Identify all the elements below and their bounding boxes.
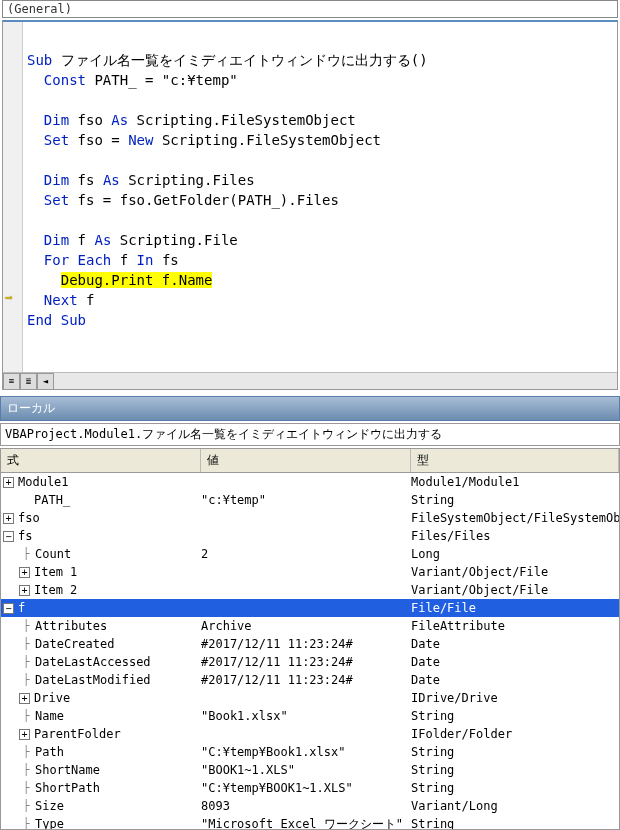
header-expression[interactable]: 式: [1, 449, 201, 472]
procedure-dropdown[interactable]: (General): [2, 0, 618, 18]
locals-row[interactable]: ├ Path"C:¥temp¥Book1.xlsx"String: [1, 743, 619, 761]
expr-name: Item 2: [34, 581, 77, 599]
tree-branch-icon: ├: [19, 617, 33, 635]
locals-row[interactable]: ├ ShortName"BOOK1~1.XLS"String: [1, 761, 619, 779]
kw-dim: Dim: [44, 112, 69, 128]
grid-header: 式 値 型: [1, 449, 619, 473]
locals-row[interactable]: − fsFiles/Files: [1, 527, 619, 545]
kw-next: Next: [44, 292, 78, 308]
header-type[interactable]: 型: [411, 449, 619, 472]
tree-branch-icon: ├: [19, 779, 33, 797]
grid-body[interactable]: + Module1Module1/Module1 PATH_"c:¥temp"S…: [1, 473, 619, 829]
horizontal-scrollbar[interactable]: ≡ ≣ ◄: [3, 372, 617, 389]
type-cell: FileAttribute: [411, 617, 619, 635]
locals-row[interactable]: ├ Count2Long: [1, 545, 619, 563]
txt: Scripting.Files: [120, 172, 255, 188]
txt: fso =: [69, 132, 128, 148]
txt: fs: [153, 252, 178, 268]
txt: fs = fso.GetFolder(PATH_).Files: [69, 192, 339, 208]
txt: fs: [69, 172, 103, 188]
locals-row[interactable]: ├ DateLastAccessed#2017/12/11 11:23:24#D…: [1, 653, 619, 671]
locals-row[interactable]: ├ DateCreated#2017/12/11 11:23:24#Date: [1, 635, 619, 653]
tree-branch-icon: ├: [19, 635, 33, 653]
txt: Scripting.FileSystemObject: [153, 132, 381, 148]
type-cell: Date: [411, 653, 619, 671]
value-cell: [201, 689, 411, 707]
value-cell: #2017/12/11 11:23:24#: [201, 671, 411, 689]
expand-icon[interactable]: +: [19, 693, 30, 704]
locals-row[interactable]: ├ Type"Microsoft Excel ワークシート"String: [1, 815, 619, 829]
type-cell: Date: [411, 635, 619, 653]
locals-row[interactable]: ├ ShortPath"C:¥temp¥BOOK1~1.XLS"String: [1, 779, 619, 797]
txt: Scripting.FileSystemObject: [128, 112, 356, 128]
expr-name: f: [18, 599, 25, 617]
value-cell: [201, 527, 411, 545]
collapse-icon[interactable]: −: [3, 531, 14, 542]
type-cell: Variant/Long: [411, 797, 619, 815]
value-cell: [201, 563, 411, 581]
locals-row[interactable]: ├ Name"Book1.xlsx"String: [1, 707, 619, 725]
expr-name: DateLastModified: [35, 671, 151, 689]
locals-row[interactable]: + Item 1Variant/Object/File: [1, 563, 619, 581]
view-mode-2-icon[interactable]: ≣: [20, 373, 37, 390]
expr-name: Count: [35, 545, 71, 563]
tree-branch-icon: ├: [19, 671, 33, 689]
value-cell: Archive: [201, 617, 411, 635]
expand-icon[interactable]: +: [3, 477, 14, 488]
tree-branch-icon: ├: [19, 797, 33, 815]
locals-row[interactable]: ├ DateLastModified#2017/12/11 11:23:24#D…: [1, 671, 619, 689]
locals-row[interactable]: + Module1Module1/Module1: [1, 473, 619, 491]
value-cell: "Book1.xlsx": [201, 707, 411, 725]
type-cell: IFolder/Folder: [411, 725, 619, 743]
expand-icon[interactable]: +: [19, 729, 30, 740]
tree-branch-icon: ├: [19, 761, 33, 779]
kw-set: Set: [44, 192, 69, 208]
value-cell: "C:¥temp¥BOOK1~1.XLS": [201, 779, 411, 797]
type-cell: Date: [411, 671, 619, 689]
txt: f: [69, 232, 94, 248]
value-cell: "c:¥temp": [201, 491, 411, 509]
txt: f: [111, 252, 136, 268]
expr-name: Item 1: [34, 563, 77, 581]
header-value[interactable]: 値: [201, 449, 411, 472]
scroll-left-icon[interactable]: ◄: [37, 373, 54, 390]
txt: f: [78, 292, 95, 308]
kw-as: As: [94, 232, 111, 248]
value-cell: 8093: [201, 797, 411, 815]
context-bar: VBAProject.Module1.ファイル名一覧をイミディエイトウィンドウに…: [0, 423, 620, 446]
locals-row[interactable]: + DriveIDrive/Drive: [1, 689, 619, 707]
type-cell: Variant/Object/File: [411, 563, 619, 581]
txt: fso: [69, 112, 111, 128]
expand-icon[interactable]: +: [3, 513, 14, 524]
locals-row[interactable]: ├ Size8093Variant/Long: [1, 797, 619, 815]
expand-icon[interactable]: +: [19, 567, 30, 578]
expr-name: ShortName: [35, 761, 100, 779]
view-mode-1-icon[interactable]: ≡: [3, 373, 20, 390]
value-cell: #2017/12/11 11:23:24#: [201, 653, 411, 671]
locals-row[interactable]: ├ AttributesArchiveFileAttribute: [1, 617, 619, 635]
expand-icon[interactable]: +: [19, 585, 30, 596]
locals-row[interactable]: PATH_"c:¥temp"String: [1, 491, 619, 509]
type-cell: String: [411, 779, 619, 797]
expr-name: fso: [18, 509, 40, 527]
kw-const: Const: [44, 72, 86, 88]
value-cell: [201, 473, 411, 491]
value-cell: [201, 599, 411, 617]
collapse-icon[interactable]: −: [3, 603, 14, 614]
code-editor[interactable]: Sub ファイル名一覧をイミディエイトウィンドウに出力する() Const PA…: [2, 20, 618, 390]
locals-row[interactable]: + ParentFolderIFolder/Folder: [1, 725, 619, 743]
value-cell: 2: [201, 545, 411, 563]
locals-row[interactable]: + fsoFileSystemObject/FileSystemObject: [1, 509, 619, 527]
locals-row[interactable]: − fFile/File: [1, 599, 619, 617]
sub-name: ファイル名一覧をイミディエイトウィンドウに出力する(): [52, 52, 427, 68]
tree-branch-icon: ├: [19, 653, 33, 671]
kw-as: As: [103, 172, 120, 188]
expr-name: Name: [35, 707, 64, 725]
kw-as: As: [111, 112, 128, 128]
expr-name: fs: [18, 527, 32, 545]
locals-row[interactable]: + Item 2Variant/Object/File: [1, 581, 619, 599]
value-cell: "Microsoft Excel ワークシート": [201, 815, 411, 829]
value-cell: #2017/12/11 11:23:24#: [201, 635, 411, 653]
locals-grid[interactable]: 式 値 型 + Module1Module1/Module1 PATH_"c:¥…: [0, 448, 620, 830]
code-lines: Sub ファイル名一覧をイミディエイトウィンドウに出力する() Const PA…: [23, 22, 432, 389]
